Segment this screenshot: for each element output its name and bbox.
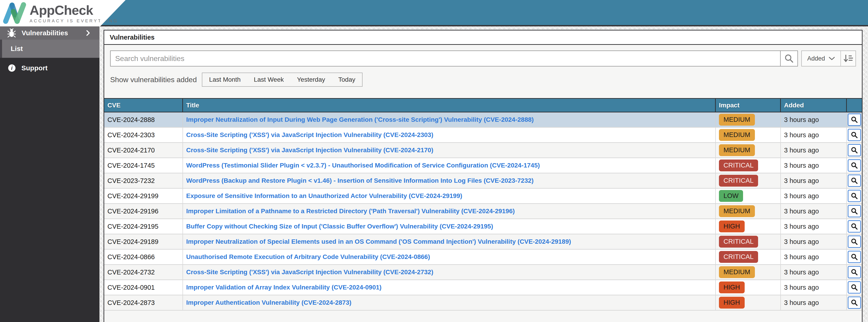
search-input[interactable] [110, 51, 781, 66]
vulnerability-title-link[interactable]: Improper Limitation of a Pathname to a R… [186, 207, 515, 215]
actions-cell [847, 280, 862, 295]
cve-id: CVE-2024-2888 [107, 116, 155, 124]
title-cell: Cross-Site Scripting ('XSS') via JavaScr… [183, 143, 716, 158]
vulnerability-title-link[interactable]: Improper Neutralization of Input During … [186, 116, 534, 123]
actions-cell [847, 112, 862, 127]
bug-icon [7, 28, 16, 37]
column-header-added[interactable]: Added [781, 99, 847, 112]
top-bar-divider [0, 25, 868, 26]
vulnerability-title-link[interactable]: Cross-Site Scripting ('XSS') via JavaScr… [186, 131, 433, 138]
top-bar [0, 0, 868, 25]
sidebar-item-support[interactable]: i Support [0, 60, 99, 76]
filter-option-last-month[interactable]: Last Month [209, 76, 241, 83]
search-button[interactable] [780, 51, 798, 66]
cve-id: CVE-2024-2303 [107, 131, 155, 139]
sidebar-item-list-label: List [11, 45, 23, 53]
impact-cell: HIGH [716, 280, 781, 295]
cve-id: CVE-2024-29199 [107, 192, 158, 200]
impact-cell: MEDIUM [716, 143, 781, 158]
info-icon: i [8, 64, 16, 72]
impact-cell: CRITICAL [716, 158, 781, 173]
column-header-title[interactable]: Title [183, 99, 716, 112]
view-vulnerability-button[interactable] [848, 174, 861, 187]
column-header-impact[interactable]: Impact [716, 99, 781, 112]
view-vulnerability-button[interactable] [848, 144, 861, 156]
sidebar-item-list[interactable]: List [0, 40, 99, 58]
vulnerability-title-link[interactable]: WordPress (Backup and Restore Plugin < v… [186, 177, 534, 184]
vulnerability-title-link[interactable]: WordPress (Testimonial Slider Plugin < v… [186, 162, 540, 169]
view-vulnerability-button[interactable] [848, 220, 861, 232]
sort-amount-icon [843, 54, 853, 63]
added-time: 3 hours ago [784, 147, 819, 154]
view-vulnerability-button[interactable] [848, 251, 861, 263]
filter-label: Show vulnerabilities added [110, 75, 197, 84]
filter-option-today[interactable]: Today [338, 76, 355, 83]
magnifier-icon [851, 147, 858, 154]
view-vulnerability-button[interactable] [848, 159, 861, 171]
column-header-cve[interactable]: CVE [104, 99, 183, 112]
vulnerability-title-link[interactable]: Unauthorised Remote Execution of Arbitra… [186, 253, 430, 261]
view-vulnerability-button[interactable] [848, 190, 861, 202]
added-cell: 3 hours ago [781, 128, 847, 142]
added-cell: 3 hours ago [781, 250, 847, 264]
table-row: CVE-2024-2873 Improper Authentication Vu… [104, 295, 862, 311]
filter-option-yesterday[interactable]: Yesterday [297, 76, 325, 83]
added-cell: 3 hours ago [781, 295, 847, 310]
vulnerability-title-link[interactable]: Improper Validation of Array Index Vulne… [186, 284, 381, 291]
cve-cell: CVE-2024-2873 [104, 295, 183, 310]
vulnerability-title-link[interactable]: Exposure of Sensitive Information to an … [186, 192, 462, 200]
filter-option-last-week[interactable]: Last Week [254, 76, 284, 83]
sort-field-dropdown[interactable]: Added [802, 51, 840, 66]
sort-field-label: Added [807, 55, 825, 62]
view-vulnerability-button[interactable] [848, 205, 861, 217]
impact-cell: CRITICAL [716, 250, 781, 264]
chevron-down-icon [829, 57, 835, 60]
column-header-actions [847, 99, 862, 112]
added-cell: 3 hours ago [781, 280, 847, 295]
table-row: CVE-2024-2303 Cross-Site Scripting ('XSS… [104, 128, 862, 143]
cve-id: CVE-2024-29189 [107, 238, 158, 246]
title-cell: Exposure of Sensitive Information to an … [183, 189, 716, 203]
magnifier-icon [851, 238, 858, 245]
title-cell: WordPress (Backup and Restore Plugin < v… [183, 173, 716, 188]
impact-badge: MEDIUM [719, 205, 755, 217]
vulnerability-title-link[interactable]: Buffer Copy without Checking Size of Inp… [186, 223, 493, 230]
view-vulnerability-button[interactable] [848, 129, 861, 141]
impact-cell: LOW [716, 189, 781, 203]
title-cell: Cross-Site Scripting ('XSS') via JavaScr… [183, 128, 716, 142]
added-time: 3 hours ago [784, 299, 819, 307]
vulnerability-title-link[interactable]: Improper Neutralization of Special Eleme… [186, 238, 571, 245]
sidebar-item-vulnerabilities[interactable]: Vulnerabilities [0, 26, 99, 40]
sidebar: Vulnerabilities List i Support [0, 26, 99, 322]
actions-cell [847, 204, 862, 219]
vulnerability-title-link[interactable]: Cross-Site Scripting ('XSS') via JavaScr… [186, 268, 433, 276]
cve-cell: CVE-2024-2170 [104, 143, 183, 158]
impact-badge: CRITICAL [719, 175, 758, 186]
logo[interactable]: AppCheck ACCURACY IS EVERYTHING [0, 0, 100, 26]
table-row: CVE-2024-0866 Unauthorised Remote Execut… [104, 250, 862, 265]
added-time: 3 hours ago [784, 116, 819, 124]
actions-cell [847, 250, 862, 264]
actions-cell [847, 265, 862, 280]
view-vulnerability-button[interactable] [848, 235, 861, 248]
sort-direction-button[interactable] [841, 51, 856, 66]
magnifier-icon [851, 207, 858, 215]
view-vulnerability-button[interactable] [848, 114, 861, 126]
table-row: CVE-2024-2888 Improper Neutralization of… [104, 112, 862, 128]
table-body: CVE-2024-2888 Improper Neutralization of… [104, 112, 862, 311]
panel-header: Vulnerabilities [104, 31, 862, 45]
magnifier-icon [851, 284, 858, 291]
impact-badge: MEDIUM [719, 114, 755, 125]
view-vulnerability-button[interactable] [848, 296, 861, 309]
view-vulnerability-button[interactable] [848, 266, 861, 278]
vulnerability-title-link[interactable]: Cross-Site Scripting ('XSS') via JavaScr… [186, 147, 433, 154]
added-time: 3 hours ago [784, 284, 819, 291]
impact-badge: MEDIUM [719, 144, 755, 156]
cve-cell: CVE-2024-29199 [104, 189, 183, 203]
view-vulnerability-button[interactable] [848, 281, 861, 294]
impact-badge: CRITICAL [719, 160, 758, 171]
added-time: 3 hours ago [784, 131, 819, 139]
added-time: 3 hours ago [784, 268, 819, 276]
added-cell: 3 hours ago [781, 189, 847, 203]
vulnerability-title-link[interactable]: Improper Authentication Vulnerability (C… [186, 299, 351, 306]
